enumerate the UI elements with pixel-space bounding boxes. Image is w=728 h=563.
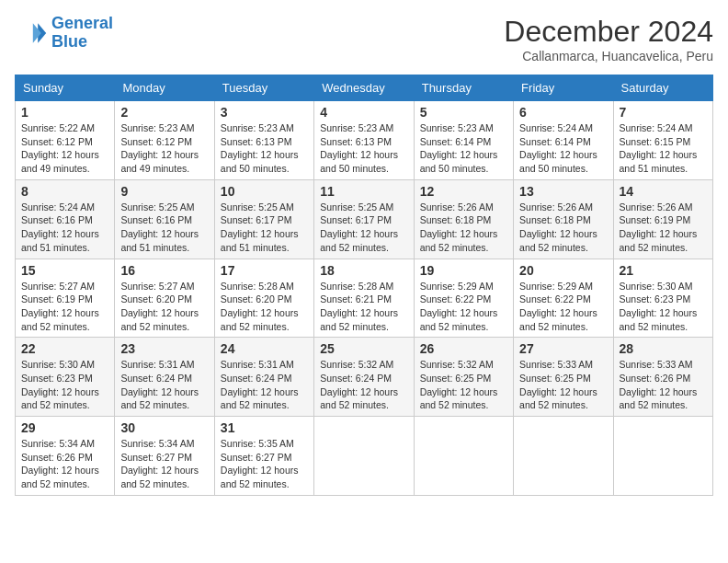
calendar-week-row: 15Sunrise: 5:27 AM Sunset: 6:19 PM Dayli… bbox=[16, 259, 713, 338]
day-number: 4 bbox=[320, 105, 407, 120]
calendar-cell: 8Sunrise: 5:24 AM Sunset: 6:16 PM Daylig… bbox=[16, 179, 115, 259]
calendar-week-row: 22Sunrise: 5:30 AM Sunset: 6:23 PM Dayli… bbox=[16, 338, 713, 417]
logo-icon bbox=[15, 17, 48, 50]
day-number: 19 bbox=[420, 263, 507, 278]
day-number: 11 bbox=[320, 184, 407, 199]
day-number: 20 bbox=[519, 263, 607, 278]
day-info: Sunrise: 5:31 AM Sunset: 6:24 PM Dayligh… bbox=[120, 358, 208, 412]
calendar-cell: 18Sunrise: 5:28 AM Sunset: 6:21 PM Dayli… bbox=[314, 259, 414, 338]
day-info: Sunrise: 5:26 AM Sunset: 6:19 PM Dayligh… bbox=[620, 201, 707, 255]
day-number: 16 bbox=[120, 263, 208, 278]
weekday-header: Thursday bbox=[414, 75, 513, 101]
calendar-header: SundayMondayTuesdayWednesdayThursdayFrid… bbox=[16, 75, 713, 101]
page-container: General Blue December 2024 Callanmarca, … bbox=[15, 15, 713, 496]
calendar-cell: 7Sunrise: 5:24 AM Sunset: 6:15 PM Daylig… bbox=[613, 101, 712, 180]
calendar-cell: 23Sunrise: 5:31 AM Sunset: 6:24 PM Dayli… bbox=[115, 338, 214, 417]
weekday-header: Wednesday bbox=[314, 75, 414, 101]
calendar-week-row: 29Sunrise: 5:34 AM Sunset: 6:26 PM Dayli… bbox=[16, 417, 713, 496]
logo-line1: General bbox=[51, 14, 113, 32]
calendar-cell: 31Sunrise: 5:35 AM Sunset: 6:27 PM Dayli… bbox=[214, 417, 313, 496]
calendar-week-row: 8Sunrise: 5:24 AM Sunset: 6:16 PM Daylig… bbox=[16, 179, 713, 259]
day-info: Sunrise: 5:33 AM Sunset: 6:25 PM Dayligh… bbox=[519, 358, 607, 412]
calendar-cell: 16Sunrise: 5:27 AM Sunset: 6:20 PM Dayli… bbox=[115, 259, 214, 338]
calendar-cell: 15Sunrise: 5:27 AM Sunset: 6:19 PM Dayli… bbox=[16, 259, 115, 338]
day-info: Sunrise: 5:25 AM Sunset: 6:17 PM Dayligh… bbox=[221, 201, 308, 255]
calendar-cell: 13Sunrise: 5:26 AM Sunset: 6:18 PM Dayli… bbox=[514, 179, 613, 259]
day-number: 22 bbox=[21, 341, 108, 356]
calendar-cell: 20Sunrise: 5:29 AM Sunset: 6:22 PM Dayli… bbox=[514, 259, 613, 338]
day-info: Sunrise: 5:25 AM Sunset: 6:16 PM Dayligh… bbox=[120, 201, 208, 255]
day-number: 21 bbox=[620, 263, 707, 278]
calendar-cell: 22Sunrise: 5:30 AM Sunset: 6:23 PM Dayli… bbox=[16, 338, 115, 417]
day-number: 30 bbox=[120, 420, 208, 435]
weekday-row: SundayMondayTuesdayWednesdayThursdayFrid… bbox=[16, 75, 713, 101]
day-info: Sunrise: 5:29 AM Sunset: 6:22 PM Dayligh… bbox=[420, 280, 507, 334]
title-block: December 2024 Callanmarca, Huancavelica,… bbox=[504, 15, 713, 63]
day-number: 15 bbox=[21, 263, 108, 278]
day-number: 18 bbox=[320, 263, 407, 278]
calendar-cell: 21Sunrise: 5:30 AM Sunset: 6:23 PM Dayli… bbox=[613, 259, 712, 338]
calendar-cell: 5Sunrise: 5:23 AM Sunset: 6:14 PM Daylig… bbox=[414, 101, 513, 180]
calendar-cell bbox=[314, 417, 414, 496]
day-info: Sunrise: 5:34 AM Sunset: 6:27 PM Dayligh… bbox=[120, 437, 208, 491]
logo-text: General Blue bbox=[51, 15, 113, 52]
day-number: 3 bbox=[221, 105, 308, 120]
day-info: Sunrise: 5:22 AM Sunset: 6:12 PM Dayligh… bbox=[21, 121, 108, 176]
calendar-cell: 27Sunrise: 5:33 AM Sunset: 6:25 PM Dayli… bbox=[514, 338, 613, 417]
calendar-body: 1Sunrise: 5:22 AM Sunset: 6:12 PM Daylig… bbox=[16, 101, 713, 496]
page-header: General Blue December 2024 Callanmarca, … bbox=[15, 15, 713, 63]
calendar-cell: 12Sunrise: 5:26 AM Sunset: 6:18 PM Dayli… bbox=[414, 179, 513, 259]
month-title: December 2024 bbox=[504, 15, 713, 49]
day-info: Sunrise: 5:30 AM Sunset: 6:23 PM Dayligh… bbox=[620, 280, 707, 334]
weekday-header: Friday bbox=[514, 75, 613, 101]
day-number: 8 bbox=[21, 184, 108, 199]
calendar-cell: 6Sunrise: 5:24 AM Sunset: 6:14 PM Daylig… bbox=[514, 101, 613, 180]
logo-line2: Blue bbox=[51, 32, 87, 51]
logo: General Blue bbox=[15, 15, 113, 52]
calendar-cell: 9Sunrise: 5:25 AM Sunset: 6:16 PM Daylig… bbox=[115, 179, 214, 259]
day-info: Sunrise: 5:32 AM Sunset: 6:25 PM Dayligh… bbox=[420, 358, 507, 412]
calendar-cell: 26Sunrise: 5:32 AM Sunset: 6:25 PM Dayli… bbox=[414, 338, 513, 417]
day-info: Sunrise: 5:27 AM Sunset: 6:20 PM Dayligh… bbox=[120, 280, 208, 334]
calendar-cell: 11Sunrise: 5:25 AM Sunset: 6:17 PM Dayli… bbox=[314, 179, 414, 259]
calendar-cell: 2Sunrise: 5:23 AM Sunset: 6:12 PM Daylig… bbox=[115, 101, 214, 180]
day-number: 6 bbox=[519, 105, 607, 120]
day-info: Sunrise: 5:35 AM Sunset: 6:27 PM Dayligh… bbox=[221, 437, 308, 491]
day-info: Sunrise: 5:34 AM Sunset: 6:26 PM Dayligh… bbox=[21, 437, 108, 491]
day-number: 14 bbox=[620, 184, 707, 199]
day-number: 2 bbox=[120, 105, 208, 120]
calendar-cell: 1Sunrise: 5:22 AM Sunset: 6:12 PM Daylig… bbox=[16, 101, 115, 180]
day-number: 28 bbox=[620, 341, 707, 356]
day-info: Sunrise: 5:27 AM Sunset: 6:19 PM Dayligh… bbox=[21, 280, 108, 334]
day-info: Sunrise: 5:28 AM Sunset: 6:20 PM Dayligh… bbox=[221, 280, 308, 334]
calendar-cell: 29Sunrise: 5:34 AM Sunset: 6:26 PM Dayli… bbox=[16, 417, 115, 496]
calendar-cell: 25Sunrise: 5:32 AM Sunset: 6:24 PM Dayli… bbox=[314, 338, 414, 417]
day-info: Sunrise: 5:32 AM Sunset: 6:24 PM Dayligh… bbox=[320, 358, 407, 412]
day-number: 13 bbox=[519, 184, 607, 199]
day-info: Sunrise: 5:29 AM Sunset: 6:22 PM Dayligh… bbox=[519, 280, 607, 334]
calendar-cell: 3Sunrise: 5:23 AM Sunset: 6:13 PM Daylig… bbox=[214, 101, 313, 180]
calendar-cell bbox=[514, 417, 613, 496]
calendar-cell: 4Sunrise: 5:23 AM Sunset: 6:13 PM Daylig… bbox=[314, 101, 414, 180]
day-info: Sunrise: 5:23 AM Sunset: 6:13 PM Dayligh… bbox=[221, 121, 308, 176]
day-info: Sunrise: 5:28 AM Sunset: 6:21 PM Dayligh… bbox=[320, 280, 407, 334]
day-number: 23 bbox=[120, 341, 208, 356]
day-number: 29 bbox=[21, 420, 108, 435]
weekday-header: Tuesday bbox=[214, 75, 313, 101]
calendar-cell: 28Sunrise: 5:33 AM Sunset: 6:26 PM Dayli… bbox=[613, 338, 712, 417]
calendar-cell: 10Sunrise: 5:25 AM Sunset: 6:17 PM Dayli… bbox=[214, 179, 313, 259]
day-number: 17 bbox=[221, 263, 308, 278]
day-number: 10 bbox=[221, 184, 308, 199]
calendar-week-row: 1Sunrise: 5:22 AM Sunset: 6:12 PM Daylig… bbox=[16, 101, 713, 180]
day-number: 31 bbox=[221, 420, 308, 435]
day-number: 9 bbox=[120, 184, 208, 199]
day-info: Sunrise: 5:25 AM Sunset: 6:17 PM Dayligh… bbox=[320, 201, 407, 255]
day-number: 5 bbox=[420, 105, 507, 120]
day-info: Sunrise: 5:24 AM Sunset: 6:16 PM Dayligh… bbox=[21, 201, 108, 255]
calendar-cell: 19Sunrise: 5:29 AM Sunset: 6:22 PM Dayli… bbox=[414, 259, 513, 338]
day-number: 7 bbox=[620, 105, 707, 120]
calendar-cell bbox=[414, 417, 513, 496]
day-info: Sunrise: 5:23 AM Sunset: 6:14 PM Dayligh… bbox=[420, 121, 507, 176]
calendar-cell: 30Sunrise: 5:34 AM Sunset: 6:27 PM Dayli… bbox=[115, 417, 214, 496]
day-info: Sunrise: 5:23 AM Sunset: 6:12 PM Dayligh… bbox=[120, 121, 208, 176]
